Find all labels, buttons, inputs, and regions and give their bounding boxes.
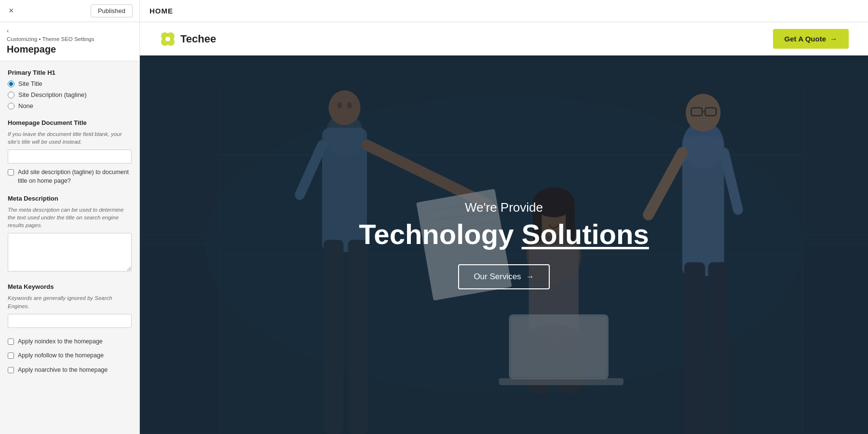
noindex-label: Apply noindex to the homepage xyxy=(18,338,103,346)
logo-icon xyxy=(159,30,176,48)
meta-description-textarea[interactable] xyxy=(8,233,132,271)
our-services-button[interactable]: Our Services → xyxy=(458,264,549,289)
noindex-checkbox-label[interactable]: Apply noindex to the homepage xyxy=(8,338,132,346)
nofollow-checkbox-label[interactable]: Apply nofollow to the homepage xyxy=(8,352,132,360)
breadcrumb-area: ‹ Customizing • Theme SEO Settings Homep… xyxy=(0,22,139,61)
tagline-checkbox-label[interactable]: Add site description (tagline) to docume… xyxy=(8,168,132,185)
meta-keywords-section: Meta Keywords Keywords are generally ign… xyxy=(8,283,132,327)
quote-btn-arrow: → xyxy=(830,35,837,43)
hero-title-line2: Solutions xyxy=(522,218,649,250)
quote-btn-label: Get A Quote xyxy=(785,35,826,43)
back-arrow-icon: ‹ xyxy=(7,27,9,34)
hero-section: We're Provide Technology Solutions Our S… xyxy=(140,55,868,434)
noindex-checkbox[interactable] xyxy=(8,339,14,345)
close-button[interactable]: × xyxy=(7,4,16,18)
services-btn-arrow: → xyxy=(526,272,534,282)
logo-area: Techee xyxy=(159,30,216,48)
svg-point-4 xyxy=(165,37,170,41)
radio-site-title[interactable]: Site Title xyxy=(8,80,132,87)
hero-title-line1: Technology xyxy=(359,218,521,250)
preview-panel: HOME Techee Get A Q xyxy=(140,0,868,434)
radio-site-description-label: Site Description (tagline) xyxy=(18,91,87,98)
noarchive-label: Apply noarchive to the homepage xyxy=(18,366,108,375)
panel-body: Primary Title H1 Site Title Site Descrip… xyxy=(0,61,139,434)
page-title: Homepage xyxy=(7,44,133,58)
get-quote-button[interactable]: Get A Quote → xyxy=(773,29,849,49)
meta-description-hint: The meta description can be used to dete… xyxy=(8,206,132,229)
noarchive-checkbox-label[interactable]: Apply noarchive to the homepage xyxy=(8,366,132,375)
customizer-panel: × Published ‹ Customizing • Theme SEO Se… xyxy=(0,0,140,434)
meta-keywords-input[interactable] xyxy=(8,314,132,328)
radio-site-title-label: Site Title xyxy=(18,80,42,87)
logo-text: Techee xyxy=(180,33,216,45)
published-button[interactable]: Published xyxy=(91,4,133,17)
radio-none[interactable]: None xyxy=(8,102,132,109)
back-button[interactable]: ‹ xyxy=(7,27,9,34)
meta-description-section: Meta Description The meta description ca… xyxy=(8,195,132,273)
preview-content: Techee Get A Quote → xyxy=(140,22,868,434)
nofollow-label: Apply nofollow to the homepage xyxy=(18,352,104,360)
hero-content: We're Provide Technology Solutions Our S… xyxy=(140,55,868,434)
document-title-input[interactable] xyxy=(8,149,132,163)
services-btn-label: Our Services xyxy=(474,272,521,282)
hero-title: Technology Solutions xyxy=(359,219,649,250)
radio-none-input[interactable] xyxy=(8,103,14,109)
radio-site-title-input[interactable] xyxy=(8,81,14,87)
primary-title-radio-group: Site Title Site Description (tagline) No… xyxy=(8,80,132,109)
meta-description-label: Meta Description xyxy=(8,195,132,202)
noarchive-checkbox[interactable] xyxy=(8,367,14,373)
preview-page-title: HOME xyxy=(149,7,173,15)
breadcrumb: Customizing • Theme SEO Settings xyxy=(7,36,133,42)
website-preview: Techee Get A Quote → xyxy=(140,22,868,434)
document-title-section: Homepage Document Title If you leave the… xyxy=(8,119,132,185)
document-title-hint: If you leave the document title field bl… xyxy=(8,130,132,146)
nofollow-checkbox[interactable] xyxy=(8,353,14,359)
document-title-label: Homepage Document Title xyxy=(8,119,132,126)
preview-header-bar: HOME xyxy=(140,0,868,22)
top-bar: × Published xyxy=(0,0,139,22)
website-nav: Techee Get A Quote → xyxy=(140,22,868,55)
hero-subtitle: We're Provide xyxy=(465,200,543,215)
radio-none-label: None xyxy=(18,102,33,109)
tagline-checkbox-text: Add site description (tagline) to docume… xyxy=(18,168,132,185)
tagline-checkbox[interactable] xyxy=(8,169,14,176)
radio-site-description[interactable]: Site Description (tagline) xyxy=(8,91,132,98)
radio-site-description-input[interactable] xyxy=(8,92,14,98)
meta-keywords-hint: Keywords are generally ignored by Search… xyxy=(8,294,132,310)
meta-keywords-label: Meta Keywords xyxy=(8,283,132,290)
primary-title-section: Primary Title H1 Site Title Site Descrip… xyxy=(8,69,132,109)
primary-title-label: Primary Title H1 xyxy=(8,69,132,76)
